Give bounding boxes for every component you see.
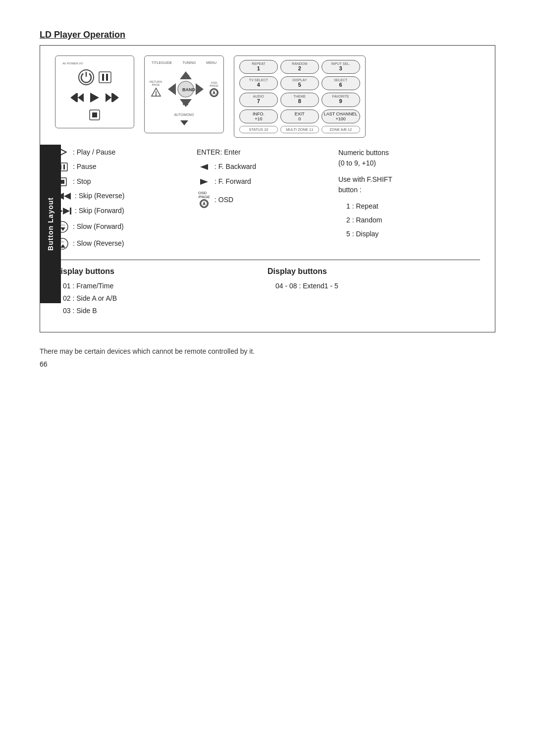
legend-enter-text: ENTER: Enter: [197, 148, 241, 158]
remote-navigation: TITLEGUIDE TUNING MENU RETURN PAGE: [144, 55, 224, 133]
display-buttons-left-title: Display buttons: [55, 267, 258, 276]
svg-marker-36: [64, 193, 71, 200]
titleguide-label: TITLEGUIDE: [152, 61, 172, 64]
display-item-02: 02 : Side A or A/B: [63, 292, 258, 305]
svg-marker-9: [106, 93, 111, 102]
legend-slow-fwd: Ch+ : Slow (Forward): [55, 221, 187, 233]
legend-f-back-icon: [197, 163, 212, 170]
btn-select-6: SELECT 6: [321, 76, 360, 90]
svg-rect-10: [111, 93, 113, 102]
fshift-item-random: 2 : Random: [346, 213, 470, 227]
legend-f-fwd-text: : F. Forward: [214, 177, 251, 187]
down-button: [180, 119, 189, 128]
svg-marker-46: [200, 164, 208, 170]
legend-slow-rev-text: : Slow (Reverse): [73, 239, 124, 249]
legend-pause-text: : Pause: [73, 162, 96, 172]
remote-diagram-row: AV POWER I/O: [55, 55, 480, 138]
main-content-box: Button Layout AV POWER I/O: [40, 45, 495, 332]
display-item-03: 03 : Side B: [63, 305, 258, 317]
side-tab-label: Button Layout: [47, 197, 54, 251]
svg-text:BAND: BAND: [182, 87, 195, 92]
svg-marker-26: [213, 90, 215, 95]
legend-play-text: : Play / Pause: [73, 148, 115, 158]
remote-top-controls: [78, 69, 111, 87]
svg-rect-39: [70, 208, 71, 215]
legend-f-forward: : F. Forward: [197, 177, 328, 187]
svg-rect-3: [102, 74, 104, 81]
btn-random-2: RANDOM 2: [280, 60, 319, 74]
legend-osd: OSD/PAGE : OSD: [197, 191, 328, 208]
display-buttons-left-list: 01 : Frame/Time 02 : Side A or A/B 03 : …: [55, 280, 258, 318]
osd-page-button: OSD /PAGE: [210, 81, 218, 97]
page-number: 66: [40, 360, 495, 368]
footnote: There may be certain devices which canno…: [40, 347, 495, 355]
legend-osd-text: : OSD: [214, 195, 233, 205]
btn-zone-ab-12: ZONE A/B 12: [321, 126, 360, 133]
display-item-01: 01 : Frame/Time: [63, 280, 258, 292]
side-tab: Button Layout: [40, 145, 61, 303]
display-col-right: Display buttons 04 - 08 : Extend1 - 5: [268, 267, 480, 318]
remote-numpad: REPEAT 1 RANDOM 2 INPUT SEL. 3 TV SELECT: [234, 55, 366, 138]
nav-top-labels: TITLEGUIDE TUNING MENU: [150, 61, 218, 64]
btn-display-5: DISPLAY 5: [280, 76, 319, 90]
legend-osd-icon: OSD/PAGE: [197, 191, 212, 208]
power-button-icon: [78, 69, 95, 87]
display-item-04-08: 04 - 08 : Extend1 - 5: [275, 280, 470, 292]
btn-theme-8: THEME 8: [280, 93, 319, 107]
legend-col-2: ENTER: Enter : F. Backward: [197, 148, 338, 255]
legend-col-1: : Play / Pause : Pause: [55, 148, 197, 255]
svg-marker-38: [63, 208, 70, 215]
return-page-button: RETURN PAGE: [150, 80, 162, 98]
info-row: INFO. +10 EXIT 0 LAST CHANNEL +100: [239, 109, 360, 123]
svg-rect-31: [63, 164, 65, 169]
legend-stop-text: : Stop: [73, 177, 91, 187]
btn-exit-0: EXIT 0: [280, 109, 319, 123]
svg-marker-42: [60, 227, 65, 231]
legend-f-back-text: : F. Backward: [214, 162, 256, 172]
svg-marker-49: [203, 202, 206, 206]
tuning-label: TUNING: [182, 61, 196, 64]
legend-col-3: Numeric buttons(0 to 9, +10) Use with F.…: [338, 148, 480, 255]
fshift-desc: Use with F.SHIFTbutton :: [338, 174, 470, 195]
svg-text:▲/■: ▲/■: [183, 74, 189, 77]
svg-point-16: [156, 95, 157, 96]
btn-favorite-9: FAVORITE 9: [321, 93, 360, 107]
remote-top-labels: AV POWER I/O: [62, 62, 127, 65]
btn-last-channel: LAST CHANNEL +100: [321, 109, 360, 123]
svg-rect-33: [60, 180, 64, 184]
fshift-items: 1 : Repeat 2 : Random 5 : Display: [338, 199, 470, 241]
svg-marker-45: [60, 244, 65, 248]
svg-rect-6: [76, 93, 78, 102]
legend-skip-rev-text: : Skip (Reverse): [75, 191, 124, 201]
legend-skip-forward: : Skip (Forward): [55, 206, 187, 216]
svg-rect-13: [92, 112, 97, 117]
play-icon: [89, 92, 100, 105]
legend-play-pause: : Play / Pause: [55, 148, 187, 158]
stop-button-icon: [89, 109, 100, 122]
btn-repeat-1: REPEAT 1: [239, 60, 278, 74]
svg-text:▼/■: ▼/■: [182, 103, 188, 106]
svg-marker-11: [113, 93, 119, 102]
skip-reverse-icon: [69, 92, 85, 105]
legend-area: : Play / Pause : Pause: [55, 148, 480, 255]
legend-f-fwd-icon: [197, 178, 212, 185]
legend-slow-rev: Ch- : Slow (Reverse): [55, 238, 187, 250]
legend-f-backward: : F. Backward: [197, 162, 328, 172]
btn-input-sel-3: INPUT SEL. 3: [321, 60, 360, 74]
svg-marker-7: [78, 93, 84, 102]
svg-marker-27: [180, 120, 188, 125]
pause-display-icon: [99, 71, 111, 85]
page-title: LD Player Operation: [40, 30, 495, 40]
dpad: ▲/■ BAND ▼/■: [166, 69, 206, 109]
svg-marker-22: [196, 83, 204, 95]
display-buttons-section: Display buttons 01 : Frame/Time 02 : Sid…: [55, 260, 480, 318]
btn-multizone-11: MULTI ZONE 11: [280, 126, 319, 133]
transport-row: [69, 92, 120, 105]
btn-tv-select-4: TV SELECT 4: [239, 76, 278, 90]
numpad-grid: REPEAT 1 RANDOM 2 INPUT SEL. 3 TV SELECT: [239, 60, 360, 107]
display-buttons-right-title: Display buttons: [268, 267, 470, 276]
svg-marker-8: [90, 93, 99, 103]
status-row: STATUS 10 MULTI ZONE 11 ZONE A/B 12: [239, 126, 360, 133]
svg-marker-21: [168, 83, 176, 95]
svg-rect-2: [99, 72, 111, 83]
